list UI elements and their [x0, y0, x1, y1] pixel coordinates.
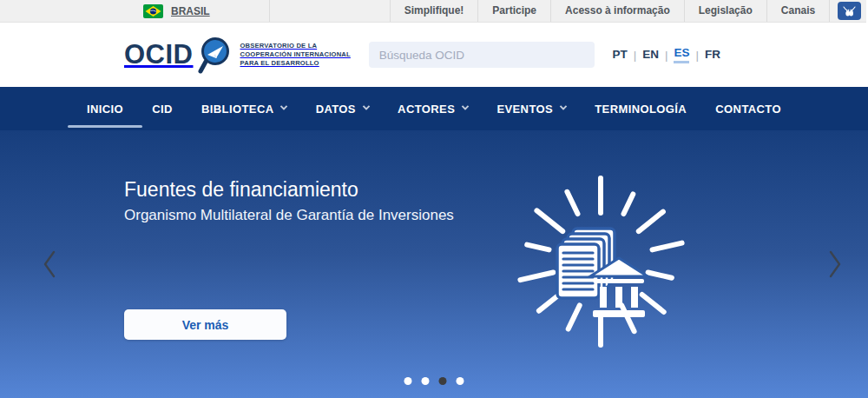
nav-item-contacto[interactable]: CONTACTO	[715, 103, 781, 116]
lang-fr[interactable]: FR	[705, 48, 720, 63]
nav-label: CONTACTO	[715, 103, 781, 116]
carousel-dot-1[interactable]	[404, 377, 412, 385]
nav-label: CID	[152, 103, 173, 116]
search-input[interactable]	[369, 42, 595, 68]
topbar-link-legislacao[interactable]: Legislação	[685, 0, 766, 22]
hero-carousel: Fuentes de financiamiento Organismo Mult…	[0, 130, 868, 398]
nav-item-datos[interactable]: DATOS	[316, 103, 369, 116]
carousel-next-button[interactable]	[825, 248, 845, 282]
nav-label: EVENTOS	[496, 103, 553, 116]
nav-item-actores[interactable]: ACTORES	[398, 103, 468, 116]
vlibras-hands-icon	[842, 5, 857, 17]
lang-separator: |	[695, 49, 699, 62]
magnifier-plane-icon	[197, 35, 233, 75]
chevron-down-icon	[280, 103, 287, 109]
chevron-right-icon	[825, 248, 845, 281]
nav-label: ACTORES	[398, 103, 455, 116]
logo-acronym: OCID	[124, 39, 194, 70]
government-topbar: BRASIL Simplifique! Participe Acesso à i…	[0, 0, 868, 23]
nav-label: BIBLIOTECA	[201, 103, 273, 116]
topbar-divider	[829, 0, 830, 22]
topbar-divider	[269, 0, 270, 22]
documents-bank-sunburst-icon	[503, 161, 694, 361]
nav-item-cid[interactable]: CID	[152, 103, 173, 116]
nav-label: TERMINOLOGÍA	[595, 103, 687, 116]
vlibras-accessibility-button[interactable]	[838, 2, 861, 20]
lang-en[interactable]: EN	[642, 48, 659, 63]
hero-title: Fuentes de financiamiento	[124, 178, 358, 202]
topbar-link-canais[interactable]: Canais	[767, 0, 829, 22]
main-navigation: INICIO CID BIBLIOTECA DATOS ACTORES EVEN…	[0, 87, 868, 130]
logo-tagline: OBSERVATORIO DE LA COOPERACIÓN INTERNACI…	[240, 42, 351, 67]
lang-es[interactable]: ES	[674, 46, 689, 63]
nav-item-biblioteca[interactable]: BIBLIOTECA	[201, 103, 286, 116]
chevron-left-icon	[40, 248, 59, 281]
nav-item-eventos[interactable]: EVENTOS	[496, 103, 566, 116]
topbar-link-acesso-informacao[interactable]: Acesso à informação	[551, 0, 684, 22]
hero-subtitle: Organismo Multilateral de Garantía de In…	[124, 207, 454, 224]
lang-pt[interactable]: PT	[612, 48, 627, 63]
carousel-dots	[404, 377, 464, 385]
chevron-down-icon	[560, 103, 567, 109]
chevron-down-icon	[462, 103, 469, 109]
topbar-link-simplifique[interactable]: Simplifique!	[391, 0, 478, 22]
nav-item-inicio[interactable]: INICIO	[87, 103, 123, 116]
lang-separator: |	[665, 49, 668, 62]
brasil-label: BRASIL	[171, 5, 210, 17]
nav-item-terminologia[interactable]: TERMINOLOGÍA	[595, 103, 687, 116]
logo-tagline-line3: PARA EL DESARROLLO	[240, 59, 351, 68]
page: BRASIL Simplifique! Participe Acesso à i…	[0, 0, 868, 398]
site-header: OCID OBSERVATORIO DE LA COOPERACIÓN INTE…	[0, 23, 868, 87]
ver-mas-button[interactable]: Ver más	[124, 309, 286, 340]
nav-label: DATOS	[316, 103, 356, 116]
nav-label: INICIO	[87, 103, 123, 116]
logo-tagline-line1: OBSERVATORIO DE LA	[240, 42, 351, 50]
carousel-dot-3[interactable]	[439, 377, 447, 385]
brasil-gov-link[interactable]: BRASIL	[143, 4, 269, 18]
logo-tagline-line2: COOPERACIÓN INTERNACIONAL	[240, 50, 351, 59]
topbar-gray-section: BRASIL Simplifique! Participe Acesso à i…	[0, 0, 866, 23]
chevron-down-icon	[363, 103, 370, 109]
lang-separator: |	[634, 49, 637, 62]
carousel-dot-4[interactable]	[457, 377, 464, 385]
carousel-dot-2[interactable]	[422, 377, 430, 385]
ocid-logo[interactable]: OCID OBSERVATORIO DE LA COOPERACIÓN INTE…	[124, 35, 351, 75]
brazil-flag-icon	[143, 4, 163, 18]
language-switcher: PT | EN | ES | FR	[612, 46, 720, 63]
topbar-link-participe[interactable]: Participe	[478, 0, 550, 22]
carousel-prev-button[interactable]	[39, 248, 60, 282]
